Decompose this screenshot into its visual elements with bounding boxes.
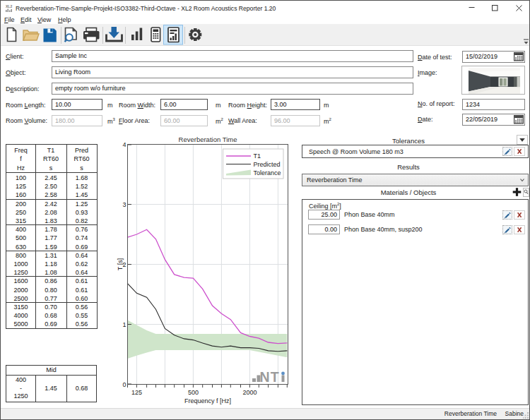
svg-text:3: 3 bbox=[122, 201, 126, 208]
svg-text:XL2: XL2 bbox=[6, 4, 12, 8]
svg-text:1: 1 bbox=[122, 321, 126, 328]
svg-text:Tolerance: Tolerance bbox=[254, 169, 281, 176]
svg-text:NT: NT bbox=[260, 369, 280, 385]
svg-text:T1: T1 bbox=[254, 152, 261, 160]
svg-text:Predicted: Predicted bbox=[254, 161, 281, 168]
svg-text:2000: 2000 bbox=[242, 389, 257, 396]
svg-text:Reverberation Time: Reverberation Time bbox=[179, 136, 237, 143]
svg-text:500: 500 bbox=[188, 389, 199, 396]
svg-text:4: 4 bbox=[122, 141, 126, 148]
svg-text:T [s]: T [s] bbox=[117, 258, 124, 270]
svg-text:125: 125 bbox=[131, 389, 142, 396]
svg-text:0: 0 bbox=[122, 381, 126, 388]
svg-text:Frequency f [Hz]: Frequency f [Hz] bbox=[184, 397, 231, 404]
